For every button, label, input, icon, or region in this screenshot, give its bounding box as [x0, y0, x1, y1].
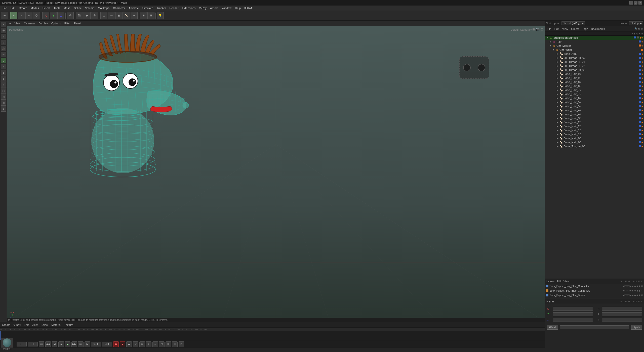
- extra-mode-btn-1[interactable]: ⊡: [159, 341, 165, 347]
- play-reverse-button[interactable]: ◀: [52, 341, 57, 347]
- layer-row-controllers[interactable]: Sock_Puppet_Boy_Blue_Controllers ■□□□■▶◆…: [545, 288, 644, 293]
- menu-animate[interactable]: Animate: [127, 6, 140, 10]
- tool-rotate[interactable]: ↺: [1, 40, 6, 45]
- tree-item-lh-thread-r-01[interactable]: ▶ 🦴 LH_Thread_R_01 ◆: [545, 68, 644, 72]
- b-input[interactable]: [602, 318, 642, 322]
- toolbar-y-axis[interactable]: Y: [50, 12, 57, 19]
- menu-edit[interactable]: Edit: [9, 6, 17, 10]
- expand-arrow[interactable]: ▶: [556, 129, 559, 131]
- z-position-input[interactable]: [553, 318, 593, 322]
- tree-item-bone-arm[interactable]: ▶ 🦴 Bone_Arm ◆: [545, 52, 644, 56]
- menu-render[interactable]: Render: [168, 6, 180, 10]
- timeline-track[interactable]: [0, 331, 545, 340]
- tool-extra[interactable]: ≡: [1, 106, 6, 112]
- expand-arrow-chr[interactable]: ▼: [549, 45, 552, 47]
- tree-item-bone-hair-05[interactable]: ▶ 🦴 Bone_Hair_05 ◆: [545, 136, 644, 140]
- tree-item-bone-hair-36[interactable]: ▶ 🦴 Bone_Hair_36 ◆: [545, 116, 644, 120]
- rp-icon-2[interactable]: ★: [641, 27, 643, 30]
- toolbar-undo[interactable]: ↩: [1, 12, 8, 19]
- toolbar-sculpt[interactable]: ◉: [115, 12, 123, 19]
- menu-tracker[interactable]: Tracker: [155, 6, 168, 10]
- rp-tab-file[interactable]: File: [546, 27, 552, 31]
- tl-edit[interactable]: Edit: [23, 323, 30, 327]
- expand-arrow[interactable]: ▶: [556, 113, 559, 115]
- expand-arrow[interactable]: ▶: [556, 61, 559, 63]
- toolbar-poly[interactable]: ◈: [25, 12, 32, 19]
- expand-arrow[interactable]: ▶: [556, 121, 559, 123]
- menu-modes[interactable]: Modes: [29, 6, 41, 10]
- node-tree[interactable]: ▼ ⬡ Subdivision Surface ◆◆ ▶ ≋ Hair ◆ ▼ …: [545, 36, 644, 279]
- tree-item-bone-hair-42[interactable]: ▶ 🦴 Bone_Hair_42 ◆: [545, 112, 644, 116]
- tree-item-chr-master[interactable]: ▼ ◉ Chr_Master ◆: [545, 44, 644, 48]
- expand-arrow[interactable]: ▶: [556, 93, 559, 95]
- h-input[interactable]: [602, 307, 642, 311]
- expand-arrow[interactable]: ▶: [556, 101, 559, 103]
- tree-item-bone-hair-77[interactable]: ▶ 🦴 Bone_Hair_77 ◆: [545, 88, 644, 92]
- menu-spline[interactable]: Spline: [72, 6, 83, 10]
- viewport-menu-icon[interactable]: ≡: [9, 22, 12, 25]
- y-position-input[interactable]: [553, 312, 593, 316]
- tree-item-bone-hair-87[interactable]: ▶ 🦴 Bone_Hair_87 ◆: [545, 80, 644, 84]
- play-button[interactable]: ▶: [65, 341, 70, 347]
- stop-button[interactable]: ■: [58, 341, 64, 347]
- tree-item-bone-hair-25[interactable]: ▶ 🦴 Bone_Hair_25 ◆: [545, 120, 644, 124]
- toolbar-render-region[interactable]: 🎬: [76, 12, 83, 19]
- expand-arrow[interactable]: ▶: [556, 141, 559, 144]
- menu-mograph[interactable]: MoGraph: [96, 6, 111, 10]
- close-button[interactable]: ✕: [638, 1, 642, 5]
- tree-item-bone-hair-92[interactable]: ▶ 🦴 Bone_Hair_92 ◆: [545, 76, 644, 80]
- prev-keyframe-button[interactable]: ⟨●: [85, 341, 90, 347]
- minimize-button[interactable]: ─: [629, 1, 633, 5]
- menu-simulate[interactable]: Simulate: [141, 6, 155, 10]
- tool-select[interactable]: ↖: [1, 22, 6, 27]
- viewport-display-icon[interactable]: ⊡: [541, 28, 543, 31]
- node-space-select[interactable]: Current (V-Ray): [561, 21, 585, 25]
- rp-tab-bookmarks[interactable]: Bookmarks: [590, 27, 606, 31]
- tree-item-bone-hair-97[interactable]: ▶ 🦴 Bone_Hair_97 ◆: [545, 72, 644, 76]
- menu-select[interactable]: Select: [41, 6, 52, 10]
- expand-arrow[interactable]: ▶: [556, 57, 559, 59]
- rp-tab-view[interactable]: View: [561, 27, 569, 31]
- tool-scale[interactable]: ⤢: [1, 34, 6, 39]
- expand-arrow[interactable]: ▶: [556, 69, 559, 71]
- toolbar-render-settings[interactable]: ⚙: [91, 12, 98, 19]
- start-frame-input[interactable]: [28, 342, 38, 346]
- cycle-mode-btn[interactable]: ↺: [133, 341, 138, 347]
- tool-brush[interactable]: ○: [1, 64, 6, 69]
- tree-item-bone-tongue-00[interactable]: ▶ 🦴 Bone_Tongue_00 ◆: [545, 144, 644, 148]
- tool-deform[interactable]: ⊡: [1, 94, 6, 100]
- motion-mode-btn[interactable]: ≋: [139, 341, 145, 347]
- viewport-grid-icon[interactable]: ⊞: [532, 28, 535, 31]
- tree-item-subdivision-surface[interactable]: ▼ ⬡ Subdivision Surface ◆◆: [545, 36, 644, 40]
- p-input[interactable]: [602, 312, 642, 316]
- layers-edit-tab[interactable]: Edit: [557, 280, 561, 283]
- tool-s1[interactable]: $: [1, 70, 6, 75]
- expand-arrow[interactable]: ▶: [556, 109, 559, 111]
- tl-vray[interactable]: V-Ray: [12, 323, 22, 327]
- world-button[interactable]: World: [547, 325, 558, 330]
- expand-arrow[interactable]: ▶: [556, 53, 559, 55]
- toolbar-hair[interactable]: ≋: [131, 12, 138, 19]
- expand-arrow[interactable]: ▶: [556, 145, 559, 148]
- tool-shape[interactable]: ⬚: [1, 88, 6, 94]
- menu-volume[interactable]: Volume: [84, 6, 96, 10]
- tool-s2[interactable]: $: [1, 76, 6, 81]
- tree-item-lh-thread-l-01[interactable]: ▶ 🦴 LH_Thread_L_01 ◆: [545, 60, 644, 64]
- expand-arrow[interactable]: ▶: [556, 77, 559, 79]
- pos-mode-btn[interactable]: ↔: [152, 341, 158, 347]
- toolbar-move[interactable]: ✥: [67, 12, 74, 19]
- rp-tab-edit[interactable]: Edit: [553, 27, 560, 31]
- end-frame-input-2[interactable]: [102, 342, 112, 346]
- viewport-panel-menu[interactable]: Panel: [73, 22, 82, 25]
- menu-character[interactable]: Character: [111, 6, 127, 10]
- tree-item-bone-hair-00[interactable]: ▶ 🦴 Bone_Hair_00 ◆: [545, 140, 644, 144]
- menu-create[interactable]: Create: [17, 6, 29, 10]
- expand-arrow-hair[interactable]: ▶: [549, 40, 552, 43]
- menu-mesh[interactable]: Mesh: [62, 6, 72, 10]
- menu-help[interactable]: Help: [233, 6, 242, 10]
- current-frame-input[interactable]: [17, 342, 27, 346]
- toolbar-grid[interactable]: ⊞: [147, 12, 154, 19]
- tool-weight[interactable]: ⊞: [1, 100, 6, 106]
- menu-3dtoai[interactable]: 3DToAI: [243, 6, 255, 10]
- tool-line[interactable]: ╱: [1, 82, 6, 87]
